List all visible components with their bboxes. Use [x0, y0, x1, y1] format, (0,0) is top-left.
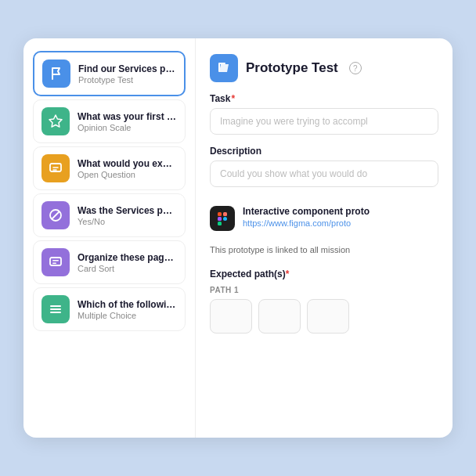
path-box-1[interactable] [210, 299, 252, 334]
task-item-find-services[interactable]: Find our Services pagePrototype Test [33, 51, 186, 96]
task-item-subtitle: Multiple Choice [78, 311, 177, 320]
task-text-container: Was the Services page where...Yes/No [78, 205, 177, 226]
task-text-container: Find our Services pagePrototype Test [78, 63, 176, 85]
task-label: Task* [210, 93, 438, 104]
svg-rect-4 [52, 260, 59, 261]
figma-icon [210, 206, 235, 231]
task-text-container: What would you expect to ha...Open Quest… [78, 158, 177, 179]
task-text-container: Organize these pages into ca...Card Sort [78, 252, 177, 273]
left-panel: Find our Services pagePrototype TestWhat… [23, 38, 196, 438]
svg-point-15 [223, 217, 227, 221]
task-item-organize-pages[interactable]: Organize these pages into ca...Card Sort [33, 240, 186, 284]
task-icon-star [41, 107, 70, 135]
description-field-section: Description Could you show what you woul… [210, 146, 438, 187]
task-item-subtitle: Prototype Test [78, 75, 176, 85]
task-text-container: What was your first impressio...Opinion … [78, 111, 177, 132]
task-icon-slash [41, 201, 70, 229]
path-1-label: PATH 1 [210, 286, 438, 294]
task-item-first-impression[interactable]: What was your first impressio...Opinion … [33, 99, 186, 143]
task-item-title: What was your first impressio... [78, 111, 177, 122]
path-boxes [210, 299, 438, 334]
task-required: * [231, 93, 235, 104]
task-item-expect-to-happen[interactable]: What would you expect to ha...Open Quest… [33, 146, 186, 190]
task-text-container: Which of the following best d...Multiple… [78, 299, 177, 320]
task-item-title: Organize these pages into ca... [78, 252, 177, 263]
task-item-subtitle: Open Question [78, 170, 177, 179]
path-box-2[interactable] [258, 299, 301, 334]
task-icon-flag [42, 60, 70, 88]
task-input[interactable]: Imagine you were trying to accompl [210, 108, 438, 135]
svg-line-2 [52, 211, 60, 219]
path-box-3[interactable] [307, 299, 349, 334]
description-label: Description [210, 146, 438, 157]
right-panel-title: Prototype Test [246, 60, 338, 76]
prototype-note: This prototype is linked to all mission [210, 245, 438, 254]
svg-rect-3 [50, 258, 61, 265]
svg-rect-9 [218, 63, 220, 72]
svg-rect-13 [218, 217, 222, 221]
task-icon-chat [41, 154, 70, 182]
task-item-services-page[interactable]: Was the Services page where...Yes/No [33, 193, 186, 237]
info-icon[interactable]: ? [349, 62, 362, 74]
expected-paths-label: Expected path(s)* [210, 269, 438, 279]
task-item-which-best[interactable]: Which of the following best d...Multiple… [33, 287, 186, 331]
expected-paths-section: Expected path(s)* PATH 1 [210, 269, 438, 334]
main-card: Find our Services pagePrototype TestWhat… [23, 38, 453, 438]
task-item-subtitle: Yes/No [78, 217, 177, 226]
task-item-subtitle: Card Sort [78, 264, 177, 273]
right-panel: Prototype Test ? Task* Imagine you were … [196, 38, 453, 438]
prototype-name: Interactive component proto [243, 206, 370, 217]
svg-rect-8 [50, 312, 61, 313]
svg-rect-12 [223, 212, 227, 216]
task-icon-list [41, 295, 70, 323]
svg-rect-10 [218, 63, 225, 64]
description-input[interactable]: Could you show what you would do [210, 160, 438, 187]
svg-rect-7 [50, 308, 61, 310]
task-item-title: Was the Services page where... [78, 205, 177, 216]
svg-rect-5 [52, 263, 56, 265]
right-panel-header: Prototype Test ? [210, 54, 438, 82]
task-field-section: Task* Imagine you were trying to accompl [210, 93, 438, 135]
task-item-title: What would you expect to ha... [78, 158, 177, 169]
prototype-link-box: Interactive component proto https://www.… [210, 198, 438, 234]
svg-rect-11 [218, 212, 222, 216]
prototype-url[interactable]: https://www.figma.com/proto [243, 218, 370, 228]
svg-rect-6 [50, 305, 61, 307]
task-icon-card [41, 248, 70, 276]
task-item-title: Which of the following best d... [78, 299, 177, 310]
prototype-link-text: Interactive component proto https://www.… [243, 206, 370, 228]
task-item-title: Find our Services page [78, 63, 176, 74]
svg-rect-14 [218, 222, 222, 225]
task-item-subtitle: Opinion Scale [78, 123, 177, 132]
header-icon [210, 54, 238, 82]
